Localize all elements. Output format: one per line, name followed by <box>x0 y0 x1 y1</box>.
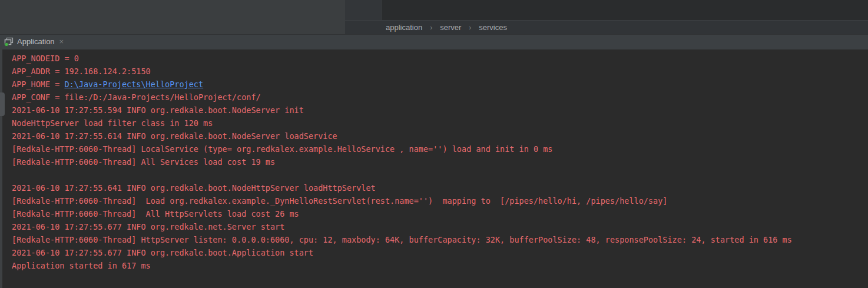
console-line: APP_ADDR = 192.168.124.2:5150 <box>12 65 868 78</box>
log-text: 2021-06-10 17:27:55.614 INFO org.redkale… <box>12 131 337 141</box>
tab-application[interactable]: Application × <box>3 35 66 48</box>
console-line: 2021-06-10 17:27:55.594 INFO org.redkale… <box>12 104 868 117</box>
editor-left-split <box>0 0 345 34</box>
run-toolwindow-tab-bar: Application × <box>0 34 868 49</box>
log-text: 2021-06-10 17:27:55.677 INFO org.redkale… <box>12 248 313 257</box>
console-line: 2021-06-10 17:27:55.641 INFO org.redkale… <box>12 181 868 194</box>
log-text: [Redkale-HTTP:6060-Thread] All Services … <box>12 157 275 167</box>
close-icon[interactable]: × <box>59 37 64 46</box>
chevron-right-icon: › <box>469 24 471 32</box>
log-text: 2021-06-10 17:27:55.677 INFO org.redkale… <box>12 222 284 231</box>
console-line: 2021-06-10 17:27:55.677 INFO org.redkale… <box>12 220 868 233</box>
log-text: 2021-06-10 17:27:55.641 INFO org.redkale… <box>12 183 376 193</box>
log-text: [Redkale-HTTP:6060-Thread] Load org.redk… <box>12 196 668 206</box>
console-line: 2021-06-10 17:27:55.677 INFO org.redkale… <box>12 246 868 259</box>
log-text: APP_HOME = <box>12 80 64 89</box>
console-line: NodeHttpServer load filter class in 120 … <box>12 117 868 130</box>
log-text: Application started in 617 ms <box>12 261 151 270</box>
chevron-right-icon: › <box>430 24 432 32</box>
editor-right-split-bottom <box>345 0 381 20</box>
app-home-link[interactable]: D:\Java-Projects\HelloProject <box>64 80 203 89</box>
breadcrumb: application › server › services <box>345 20 868 34</box>
breadcrumb-item-server[interactable]: server <box>440 23 461 32</box>
console-line: [Redkale-HTTP:6060-Thread] HttpServer li… <box>12 233 868 246</box>
console-output[interactable]: APP_NODEID = 0APP_ADDR = 192.168.124.2:5… <box>0 49 868 288</box>
console-line: [Redkale-HTTP:6060-Thread] All Services … <box>12 155 868 168</box>
console-line: 2021-06-10 17:27:55.614 INFO org.redkale… <box>12 130 868 143</box>
console-line: APP_NODEID = 0 <box>12 52 868 65</box>
run-console-icon <box>4 37 14 47</box>
log-text: [Redkale-HTTP:6060-Thread] All HttpServl… <box>12 209 299 219</box>
console-line: [Redkale-HTTP:6060-Thread] LocalService … <box>12 143 868 155</box>
log-text: APP_ADDR = 192.168.124.2:5150 <box>12 67 151 76</box>
log-text: NodeHttpServer load filter class in 120 … <box>12 118 213 128</box>
editor-right-split <box>381 0 868 20</box>
console-line: APP_HOME = D:\Java-Projects\HelloProject <box>12 78 868 91</box>
tab-application-label: Application <box>17 37 55 46</box>
console-line: [Redkale-HTTP:6060-Thread] All HttpServl… <box>12 207 868 220</box>
console-line: [Redkale-HTTP:6060-Thread] Load org.redk… <box>12 194 868 207</box>
console-line: APP_CONF = file:/D:/Java-Projects/HelloP… <box>12 91 868 104</box>
log-text: APP_NODEID = 0 <box>12 54 79 63</box>
console-line: Application started in 617 ms <box>12 259 868 272</box>
console-line <box>12 168 868 181</box>
breadcrumb-item-services[interactable]: services <box>479 23 507 32</box>
log-text: [Redkale-HTTP:6060-Thread] HttpServer li… <box>12 235 792 244</box>
log-text: APP_CONF = file:/D:/Java-Projects/HelloP… <box>12 92 261 102</box>
log-text: 2021-06-10 17:27:55.594 INFO org.redkale… <box>12 105 304 115</box>
console-gutter <box>0 49 2 288</box>
log-text: [Redkale-HTTP:6060-Thread] LocalService … <box>12 144 552 154</box>
breadcrumb-item-application[interactable]: application <box>386 23 422 32</box>
scrollbar-thumb[interactable] <box>0 92 5 116</box>
